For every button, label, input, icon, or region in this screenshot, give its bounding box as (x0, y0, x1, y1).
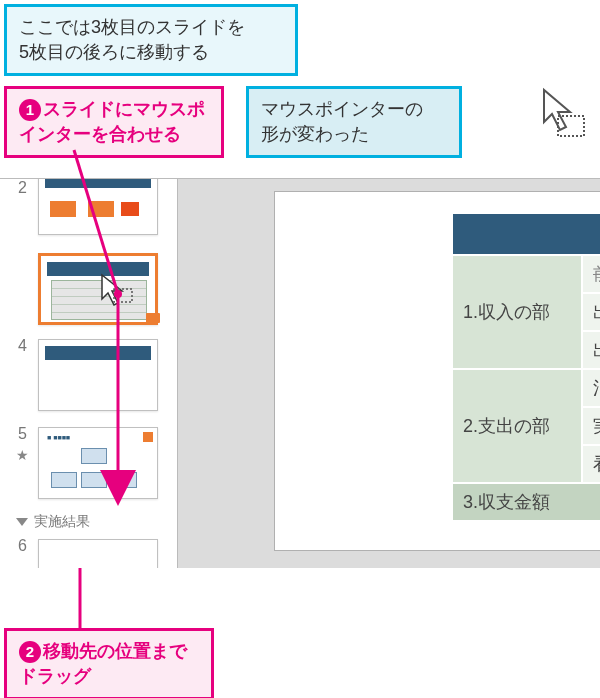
step2-line2: ドラッグ (19, 664, 199, 689)
callout-step1: 1スライドにマウスポ インターを合わせる (4, 86, 224, 158)
slide-editor-pane[interactable]: 項目 1.収入の部 前回からの繰越金 出店料（A区画） 出店料（B区画） 2.支… (178, 179, 600, 568)
drag-slide-badge-icon (146, 313, 160, 323)
callout-pointer: マウスポインターの 形が変わった (246, 86, 462, 158)
slide-number: 4 (18, 337, 27, 355)
step1-badge: 1 (19, 99, 41, 121)
slide-number: 2 (18, 179, 27, 197)
table-cell[interactable]: 1.収入の部 (452, 255, 582, 369)
table-cell[interactable]: 2.支出の部 (452, 369, 582, 483)
step1-line1: スライドにマウスポ (43, 99, 205, 119)
callout-intro-line2: 5枚目の後ろに移動する (19, 40, 283, 65)
step2-line1: 移動先の位置まで (43, 641, 187, 661)
svg-rect-0 (558, 116, 584, 136)
callout-intro-line1: ここでは3枚目のスライドを (19, 15, 283, 40)
slide-number: 6 (18, 537, 27, 555)
slide-thumbnail-4[interactable] (38, 339, 158, 411)
callout-pointer-line2: 形が変わった (261, 122, 447, 147)
slide-thumbnail-6[interactable] (38, 539, 158, 568)
table-cell[interactable]: 3.収支金額 (452, 483, 600, 521)
slide-thumbnails-pane[interactable]: 2 4 5 ★ ■ ■■■■ (0, 179, 178, 568)
section-label: 実施結果 (34, 513, 90, 529)
animation-star-icon: ★ (16, 447, 29, 463)
move-cursor-icon (540, 86, 596, 146)
slide-thumbnail-3[interactable] (38, 253, 158, 325)
callout-pointer-line1: マウスポインターの (261, 97, 447, 122)
table-cell[interactable]: 実行員会お弁当 (582, 407, 600, 445)
table-cell[interactable]: 看板、ポスター制 (582, 445, 600, 483)
section-header[interactable]: 実施結果 (16, 513, 90, 531)
callout-step2: 2移動先の位置まで ドラッグ (4, 628, 214, 698)
content-table[interactable]: 項目 1.収入の部 前回からの繰越金 出店料（A区画） 出店料（B区画） 2.支… (451, 212, 600, 522)
app-area: 2 4 5 ★ ■ ■■■■ (0, 178, 600, 568)
step2-badge: 2 (19, 641, 41, 663)
table-cell[interactable]: 出店料（A区画） (582, 293, 600, 331)
table-cell[interactable]: 消耗品 (582, 369, 600, 407)
table-cell[interactable]: 出店料（B区画） (582, 331, 600, 369)
table-cell[interactable]: 前回からの繰越金 (582, 255, 600, 293)
callout-intro: ここでは3枚目のスライドを 5枚目の後ろに移動する (4, 4, 298, 76)
section-collapse-icon[interactable] (16, 518, 28, 526)
slide-thumbnail-5[interactable]: ■ ■■■■ (38, 427, 158, 499)
table-header: 項目 (452, 213, 600, 255)
slide-canvas[interactable]: 項目 1.収入の部 前回からの繰越金 出店料（A区画） 出店料（B区画） 2.支… (274, 191, 600, 551)
step1-line2: インターを合わせる (19, 122, 209, 147)
slide-thumbnail-2[interactable] (38, 179, 158, 235)
slide-number: 5 (18, 425, 27, 443)
